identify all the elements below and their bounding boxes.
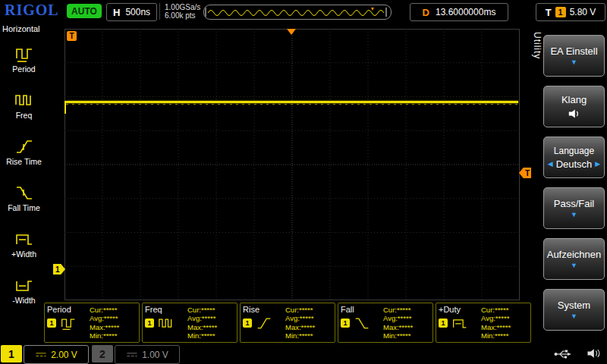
- trigger-level-marker[interactable]: T: [519, 168, 531, 178]
- sidebar-item-neg-width[interactable]: -Width: [0, 267, 48, 313]
- channel1-trace-edge: [64, 101, 66, 114]
- stat-min: Min:*****: [383, 331, 430, 340]
- stat-cur: Cur:*****: [481, 306, 528, 314]
- stat-avg: Avg:*****: [481, 314, 528, 322]
- channel2-scale-box[interactable]: 1.00 V: [115, 345, 180, 364]
- oscilloscope-screen: RIGOL AUTO H 500ns 1.00GSa/s 6.00k pts D…: [0, 0, 607, 364]
- channel1-scale: 2.00 V: [51, 350, 77, 360]
- sidebar-item-label: Fall Time: [8, 203, 40, 212]
- chevron-down-icon: ▼: [571, 59, 577, 66]
- stat-cur: Cur:*****: [187, 306, 234, 314]
- acquisition-info: 1.00GSa/s 6.00k pts: [159, 3, 200, 20]
- sample-rate: 1.00GSa/s: [165, 3, 200, 11]
- utility-menu: Utility EA Einstell ▼ Klang Language ◀ D…: [531, 23, 607, 344]
- stat-avg: Avg:*****: [383, 314, 430, 322]
- stat-cur: Cur:*****: [90, 306, 137, 314]
- channel-badge: 1: [439, 318, 448, 328]
- channel1-trace: [66, 101, 518, 103]
- fall-time-icon: [14, 184, 34, 202]
- measurement-name: Rise: [243, 305, 285, 314]
- stat-max: Max:*****: [90, 323, 137, 331]
- channel1-level-marker[interactable]: 1: [53, 264, 65, 275]
- measurement-panel-freq[interactable]: Freq 1 Cur:***** Avg:***** Max:***** Min…: [142, 303, 237, 343]
- measurement-panel-rise[interactable]: Rise 1 Cur:***** Avg:***** Max:***** Min…: [240, 303, 335, 343]
- menu-button-klang[interactable]: Klang: [543, 86, 605, 127]
- stat-min: Min:*****: [187, 331, 234, 340]
- channel2-tab[interactable]: 2: [92, 345, 113, 362]
- channel-badge: 1: [47, 318, 56, 328]
- stat-max: Max:*****: [285, 323, 332, 331]
- preview-sine-icon: [204, 7, 389, 17]
- waveform-preview-strip[interactable]: [203, 5, 392, 20]
- sidebar-item-pos-width[interactable]: +Width: [0, 221, 48, 267]
- delay-value: 13.6000000ms: [436, 7, 495, 17]
- chevron-down-icon: ▼: [571, 262, 577, 269]
- run-status-badge[interactable]: AUTO: [67, 4, 102, 18]
- menu-button-label: Klang: [561, 94, 587, 105]
- measurement-name: Period: [47, 305, 90, 314]
- menu-button-system[interactable]: System ▼: [543, 289, 605, 331]
- speaker-icon[interactable]: [586, 347, 601, 360]
- sidebar-item-label: Rise Time: [6, 157, 42, 166]
- stat-avg: Avg:*****: [285, 314, 332, 322]
- sidebar-title: Horizontal: [0, 23, 48, 36]
- fall-time-icon: [352, 315, 372, 331]
- sidebar-item-label: +Width: [11, 249, 36, 259]
- measurement-panel-pos-duty[interactable]: +Duty 1 Cur:***** Avg:***** Max:***** Mi…: [436, 303, 531, 343]
- chevron-down-icon: ▼: [571, 313, 577, 320]
- measurement-panel-period[interactable]: Period 1 Cur:***** Avg:***** Max:***** M…: [44, 303, 140, 343]
- top-status-bar: RIGOL AUTO H 500ns 1.00GSa/s 6.00k pts D…: [0, 0, 607, 23]
- sidebar-item-rise-time[interactable]: Rise Time: [0, 128, 48, 174]
- menu-title: Utility: [532, 32, 543, 59]
- rigol-logo: RIGOL: [5, 2, 59, 19]
- stat-min: Min:*****: [481, 331, 528, 340]
- measurement-name: Freq: [145, 305, 187, 314]
- channel1-scale-box[interactable]: 2.00 V: [24, 345, 89, 364]
- channel1-tab[interactable]: 1: [1, 345, 22, 362]
- sidebar-item-label: Period: [12, 64, 35, 74]
- trigger-position-marker[interactable]: [287, 29, 296, 35]
- menu-button-pass-fail[interactable]: Pass/Fail ▼: [543, 187, 605, 229]
- plus-duty-icon: [450, 315, 470, 331]
- period-icon: [58, 315, 78, 331]
- measure-sidebar: Horizontal Period Freq Rise Time Fall Ti…: [0, 23, 48, 344]
- channel-badge: 1: [145, 318, 154, 328]
- measurement-name: Fall: [341, 305, 383, 314]
- stat-max: Max:*****: [383, 323, 430, 331]
- menu-button-label: Aufzeichnen: [547, 249, 602, 260]
- channel-badge: 1: [341, 318, 350, 328]
- horizontal-timebase-box[interactable]: H 500ns: [106, 3, 157, 21]
- usb-icon: [552, 349, 574, 359]
- dc-coupling-icon: [35, 351, 47, 359]
- stat-cur: Cur:*****: [285, 306, 332, 314]
- sidebar-item-fall-time[interactable]: Fall Time: [0, 174, 48, 221]
- timebase-value: 500ns: [125, 7, 150, 17]
- sidebar-item-label: Freq: [16, 111, 33, 120]
- menu-button-label: Language: [554, 146, 594, 156]
- trigger-readout-box: T 1 5.80 V: [536, 3, 605, 21]
- menu-button-language[interactable]: Language ◀ Deutsch ▶: [543, 136, 605, 178]
- channel2-scale: 1.00 V: [142, 350, 168, 360]
- period-icon: [14, 45, 34, 63]
- sidebar-item-freq[interactable]: Freq: [0, 82, 48, 128]
- rise-time-icon: [254, 315, 274, 331]
- stat-avg: Avg:*****: [90, 314, 137, 322]
- trigger-corner-flag: T: [67, 31, 77, 41]
- menu-button-ea-einstell[interactable]: EA Einstell ▼: [543, 35, 605, 77]
- stat-min: Min:*****: [90, 331, 137, 340]
- stat-max: Max:*****: [187, 323, 234, 331]
- sidebar-item-period[interactable]: Period: [0, 36, 48, 82]
- minus-width-icon: [14, 276, 34, 294]
- memory-depth: 6.00k pts: [165, 11, 200, 20]
- delay-label: D: [423, 7, 429, 18]
- delay-readout-box: D 13.6000000ms: [410, 3, 508, 21]
- menu-button-label: EA Einstell: [550, 46, 597, 57]
- measurement-panel-fall[interactable]: Fall 1 Cur:***** Avg:***** Max:***** Min…: [338, 303, 433, 343]
- stat-cur: Cur:*****: [383, 306, 430, 314]
- menu-button-aufzeichnen[interactable]: Aufzeichnen ▼: [543, 238, 605, 280]
- waveform-display: T 1 T: [64, 29, 520, 300]
- freq-icon: [156, 315, 176, 331]
- graticule: [64, 29, 520, 300]
- chevron-left-icon: ◀: [548, 161, 553, 168]
- chevron-down-icon: ▼: [571, 212, 577, 218]
